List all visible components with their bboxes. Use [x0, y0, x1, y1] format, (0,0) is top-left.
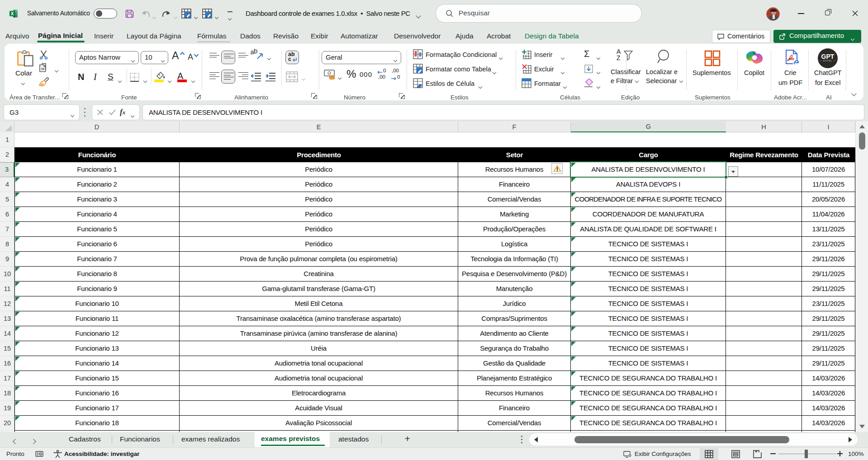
svg-text:X: X: [11, 11, 14, 16]
